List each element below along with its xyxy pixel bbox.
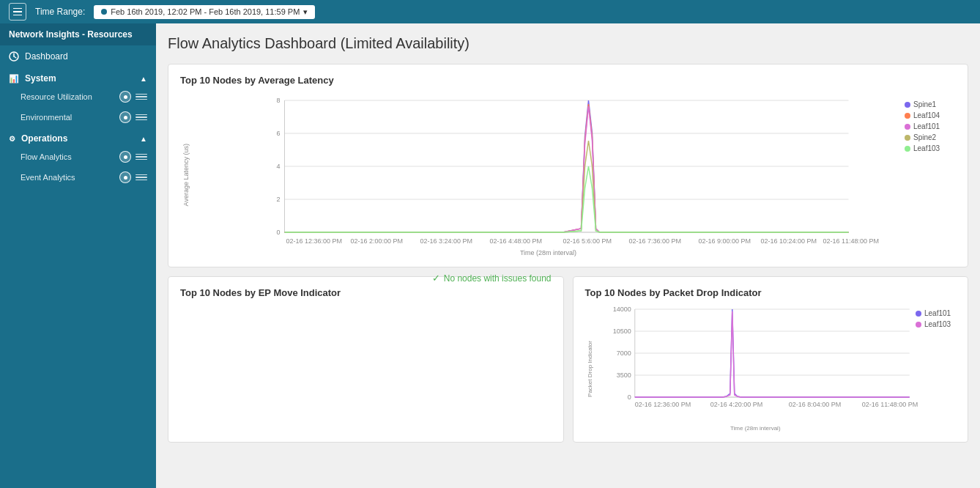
checkmark-icon: ✓ — [432, 273, 440, 284]
legend-label-c3-leaf101: Leaf101 — [924, 309, 951, 317]
chart3-svg: 0 3500 7000 10500 14000 02-16 12:36:00 P… — [600, 306, 912, 426]
hamburger-lines — [13, 8, 22, 16]
legend-dot-spine1 — [905, 102, 910, 108]
legend-item-c3-leaf103: Leaf103 — [916, 320, 956, 328]
sidebar: Network Insights - Resources Dashboard 📊… — [0, 23, 156, 488]
svg-text:02-16 4:48:00 PM: 02-16 4:48:00 PM — [490, 237, 543, 245]
flow-analytics-label: Flow Analytics — [21, 152, 115, 161]
svg-text:02-16 8:04:00 PM: 02-16 8:04:00 PM — [788, 401, 841, 408]
chart1-svg: 0 2 4 6 8 02-16 12:36:00 PM 02-16 2:00:0… — [199, 93, 897, 254]
legend-label-c3-leaf103: Leaf103 — [924, 320, 951, 328]
list-icon-event[interactable] — [136, 171, 147, 183]
list-icon-flow[interactable] — [136, 151, 147, 163]
menu-icon[interactable] — [9, 3, 26, 21]
sidebar-section-operations[interactable]: ⚙ Operations ▲ — [0, 127, 156, 147]
sidebar-item-event-analytics[interactable]: Event Analytics — [0, 167, 156, 188]
svg-text:02-16 3:24:00 PM: 02-16 3:24:00 PM — [420, 237, 473, 245]
time-range-dot — [101, 9, 107, 15]
sidebar-header: Network Insights - Resources — [0, 23, 156, 45]
legend-item-leaf103: Leaf103 — [905, 144, 956, 152]
no-issues-text: No nodes with issues found — [444, 273, 552, 284]
svg-text:0: 0 — [627, 393, 631, 401]
svg-text:14000: 14000 — [612, 306, 631, 313]
event-analytics-label: Event Analytics — [21, 173, 115, 182]
time-range-value: Feb 16th 2019, 12:02 PM - Feb 16th 2019,… — [111, 7, 300, 16]
svg-text:02-16 12:36:00 PM: 02-16 12:36:00 PM — [286, 237, 343, 245]
sidebar-item-dashboard[interactable]: Dashboard — [0, 45, 156, 67]
svg-text:0: 0 — [276, 229, 280, 236]
dashboard-label: Dashboard — [25, 51, 68, 62]
svg-text:3500: 3500 — [616, 371, 631, 379]
chart3-card: Top 10 Nodes by Packet Drop Indicator Pa… — [573, 276, 969, 443]
chart3-legend: Leaf101 Leaf103 — [916, 306, 956, 432]
svg-text:10500: 10500 — [612, 328, 631, 335]
list-icon-env[interactable] — [136, 111, 147, 123]
system-label: System — [25, 73, 56, 84]
no-issues-message: ✓ No nodes with issues found — [432, 273, 552, 284]
sidebar-item-flow-analytics[interactable]: Flow Analytics — [0, 147, 156, 167]
dashboard-icon — [9, 51, 19, 62]
chart1-y-label: Average Latency (us) — [182, 144, 190, 206]
legend-item-spine2: Spine2 — [905, 133, 956, 141]
svg-text:02-16 5:6:00 PM: 02-16 5:6:00 PM — [563, 237, 612, 245]
radio-icon-event[interactable] — [119, 171, 131, 183]
legend-dot-leaf103 — [905, 146, 910, 152]
chart2-card: Top 10 Nodes by EP Move Indicator ✓ No n… — [168, 276, 564, 443]
environmental-label: Environmental — [21, 113, 115, 122]
operations-label: Operations — [21, 133, 67, 144]
legend-item-c3-leaf101: Leaf101 — [916, 309, 956, 317]
legend-item-leaf104: Leaf104 — [905, 111, 956, 119]
radio-icon[interactable] — [119, 91, 131, 103]
bottom-charts-row: Top 10 Nodes by EP Move Indicator ✓ No n… — [168, 276, 968, 443]
sidebar-item-resource-utilization[interactable]: Resource Utilization — [0, 86, 156, 107]
time-range-label: Time Range: — [35, 7, 85, 17]
svg-text:02-16 11:48:00 PM: 02-16 11:48:00 PM — [823, 237, 880, 245]
content-area: Flow Analytics Dashboard (Limited Availa… — [156, 23, 980, 488]
svg-text:02-16 2:00:00 PM: 02-16 2:00:00 PM — [351, 237, 404, 245]
chart3-y-label: Packet Drop Indicator — [587, 341, 593, 397]
sidebar-item-environmental[interactable]: Environmental — [0, 107, 156, 127]
page-title: Flow Analytics Dashboard (Limited Availa… — [168, 35, 968, 52]
sidebar-section-system[interactable]: 📊 System ▲ — [0, 67, 156, 86]
svg-text:8: 8 — [276, 97, 280, 104]
top-bar: Time Range: Feb 16th 2019, 12:02 PM - Fe… — [0, 0, 980, 23]
legend-item-spine1: Spine1 — [905, 100, 956, 108]
svg-text:02-16 11:48:00 PM: 02-16 11:48:00 PM — [861, 401, 918, 408]
chart2-title: Top 10 Nodes by EP Move Indicator — [180, 287, 341, 298]
svg-text:4: 4 — [276, 163, 280, 170]
svg-text:02-16 10:24:00 PM: 02-16 10:24:00 PM — [761, 237, 817, 245]
svg-text:02-16 4:20:00 PM: 02-16 4:20:00 PM — [710, 401, 762, 408]
chart1-title: Top 10 Nodes by Average Latency — [180, 75, 956, 86]
system-icon: 📊 — [9, 74, 19, 84]
chart1-legend: Spine1 Leaf104 Leaf101 Spine2 — [905, 93, 956, 256]
legend-dot-c3-leaf103 — [916, 322, 921, 328]
legend-label-leaf104: Leaf104 — [913, 111, 940, 119]
legend-dot-leaf101 — [905, 124, 910, 130]
legend-label-leaf103: Leaf103 — [913, 144, 940, 152]
legend-dot-c3-leaf101 — [916, 311, 921, 317]
svg-text:02-16 7:36:00 PM: 02-16 7:36:00 PM — [629, 237, 682, 245]
chevron-up-icon-ops: ▲ — [140, 135, 147, 143]
time-range-button[interactable]: Feb 16th 2019, 12:02 PM - Feb 16th 2019,… — [94, 5, 315, 19]
radio-icon-flow[interactable] — [119, 151, 131, 163]
legend-dot-spine2 — [905, 135, 910, 141]
legend-label-spine1: Spine1 — [913, 100, 936, 108]
svg-text:02-16 12:36:00 PM: 02-16 12:36:00 PM — [634, 401, 691, 408]
radio-icon-env[interactable] — [119, 111, 131, 123]
svg-text:02-16 9:00:00 PM: 02-16 9:00:00 PM — [699, 237, 751, 245]
chart3-title: Top 10 Nodes by Packet Drop Indicator — [585, 287, 957, 298]
legend-label-leaf101: Leaf101 — [913, 122, 940, 130]
svg-text:7000: 7000 — [616, 350, 631, 357]
main-layout: Network Insights - Resources Dashboard 📊… — [0, 23, 980, 488]
legend-label-spine2: Spine2 — [913, 133, 936, 141]
svg-text:6: 6 — [276, 130, 280, 137]
operations-icon: ⚙ — [9, 135, 15, 143]
chevron-up-icon: ▲ — [140, 75, 147, 83]
chevron-down-icon: ▾ — [303, 7, 308, 17]
list-icon[interactable] — [136, 91, 147, 103]
legend-dot-leaf104 — [905, 113, 910, 119]
chart1-card: Top 10 Nodes by Average Latency Average … — [168, 64, 968, 267]
legend-item-leaf101: Leaf101 — [905, 122, 956, 130]
svg-text:2: 2 — [276, 196, 280, 203]
resource-utilization-label: Resource Utilization — [21, 92, 115, 101]
